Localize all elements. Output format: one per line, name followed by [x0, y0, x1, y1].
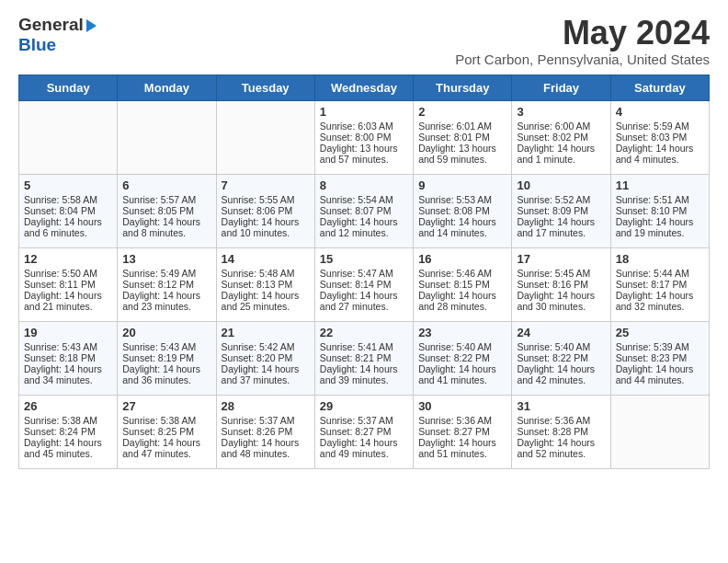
day-number: 23	[418, 326, 506, 339]
sunrise-text: Sunrise: 5:38 AM	[24, 415, 112, 426]
daylight-text: Daylight: 14 hours and 37 minutes.	[222, 363, 310, 385]
daylight-text: Daylight: 14 hours and 1 minute.	[517, 143, 605, 165]
daylight-text: Daylight: 14 hours and 48 minutes.	[222, 437, 310, 459]
day-number: 26	[24, 399, 112, 413]
col-header-wednesday: Wednesday	[314, 75, 413, 100]
sunrise-text: Sunrise: 6:01 AM	[418, 121, 506, 132]
calendar-cell: 16Sunrise: 5:46 AMSunset: 8:15 PMDayligh…	[414, 247, 512, 321]
sunset-text: Sunset: 8:16 PM	[517, 279, 605, 290]
calendar-cell: 26Sunrise: 5:38 AMSunset: 8:24 PMDayligh…	[19, 395, 118, 468]
sunset-text: Sunset: 8:02 PM	[517, 132, 605, 143]
daylight-text: Daylight: 14 hours and 28 minutes.	[418, 290, 506, 312]
month-title: May 2024	[455, 15, 710, 52]
day-number: 5	[24, 178, 112, 192]
sunset-text: Sunset: 8:08 PM	[418, 205, 506, 216]
sunrise-text: Sunrise: 5:50 AM	[24, 268, 112, 279]
day-number: 14	[222, 252, 310, 266]
calendar-header-row: SundayMondayTuesdayWednesdayThursdayFrid…	[19, 75, 710, 100]
sunrise-text: Sunrise: 5:46 AM	[418, 268, 506, 279]
sunset-text: Sunset: 8:27 PM	[418, 426, 506, 437]
location-subtitle: Port Carbon, Pennsylvania, United States	[455, 52, 710, 67]
sunset-text: Sunset: 8:09 PM	[517, 205, 605, 216]
calendar-cell	[118, 100, 216, 174]
calendar-cell: 25Sunrise: 5:39 AMSunset: 8:23 PMDayligh…	[610, 321, 709, 395]
sunrise-text: Sunrise: 5:40 AM	[517, 341, 605, 352]
logo-blue: Blue	[18, 35, 56, 54]
calendar-cell: 2Sunrise: 6:01 AMSunset: 8:01 PMDaylight…	[414, 100, 512, 174]
calendar-cell: 7Sunrise: 5:55 AMSunset: 8:06 PMDaylight…	[216, 174, 314, 247]
sunrise-text: Sunrise: 5:37 AM	[222, 415, 310, 426]
day-number: 27	[122, 399, 210, 413]
day-number: 6	[122, 178, 210, 192]
sunrise-text: Sunrise: 5:47 AM	[320, 268, 408, 279]
calendar-cell: 4Sunrise: 5:59 AMSunset: 8:03 PMDaylight…	[610, 100, 709, 174]
sunrise-text: Sunrise: 5:51 AM	[616, 194, 704, 205]
day-number: 7	[222, 178, 310, 192]
sunset-text: Sunset: 8:03 PM	[616, 132, 704, 143]
sunrise-text: Sunrise: 5:43 AM	[122, 341, 210, 352]
sunset-text: Sunset: 8:13 PM	[222, 279, 310, 290]
sunset-text: Sunset: 8:01 PM	[418, 132, 506, 143]
calendar-cell: 30Sunrise: 5:36 AMSunset: 8:27 PMDayligh…	[414, 395, 512, 468]
day-number: 29	[320, 399, 408, 413]
daylight-text: Daylight: 14 hours and 44 minutes.	[616, 363, 704, 385]
daylight-text: Daylight: 14 hours and 19 minutes.	[616, 216, 704, 238]
calendar-cell	[216, 100, 314, 174]
sunrise-text: Sunrise: 5:38 AM	[122, 415, 210, 426]
daylight-text: Daylight: 14 hours and 27 minutes.	[320, 290, 408, 312]
sunset-text: Sunset: 8:22 PM	[517, 352, 605, 363]
col-header-friday: Friday	[512, 75, 610, 100]
sunrise-text: Sunrise: 5:57 AM	[122, 194, 210, 205]
calendar-week-row: 12Sunrise: 5:50 AMSunset: 8:11 PMDayligh…	[19, 247, 710, 321]
logo-arrow-icon	[86, 19, 97, 32]
calendar-cell: 21Sunrise: 5:42 AMSunset: 8:20 PMDayligh…	[216, 321, 314, 395]
title-block: May 2024 Port Carbon, Pennsylvania, Unit…	[455, 15, 710, 67]
sunset-text: Sunset: 8:06 PM	[222, 205, 310, 216]
day-number: 16	[418, 252, 506, 266]
calendar-cell: 3Sunrise: 6:00 AMSunset: 8:02 PMDaylight…	[512, 100, 610, 174]
sunset-text: Sunset: 8:07 PM	[320, 205, 408, 216]
day-number: 20	[122, 326, 210, 339]
daylight-text: Daylight: 14 hours and 52 minutes.	[517, 437, 605, 459]
daylight-text: Daylight: 14 hours and 39 minutes.	[320, 363, 408, 385]
daylight-text: Daylight: 14 hours and 12 minutes.	[320, 216, 408, 238]
sunset-text: Sunset: 8:25 PM	[122, 426, 210, 437]
daylight-text: Daylight: 14 hours and 14 minutes.	[418, 216, 506, 238]
calendar-cell: 8Sunrise: 5:54 AMSunset: 8:07 PMDaylight…	[314, 174, 413, 247]
day-number: 9	[418, 178, 506, 192]
day-number: 10	[517, 178, 605, 192]
day-number: 15	[320, 252, 408, 266]
sunrise-text: Sunrise: 5:59 AM	[616, 121, 704, 132]
sunrise-text: Sunrise: 5:37 AM	[320, 415, 408, 426]
calendar-cell: 14Sunrise: 5:48 AMSunset: 8:13 PMDayligh…	[216, 247, 314, 321]
sunset-text: Sunset: 8:04 PM	[24, 205, 112, 216]
sunset-text: Sunset: 8:24 PM	[24, 426, 112, 437]
daylight-text: Daylight: 14 hours and 23 minutes.	[122, 290, 210, 312]
sunrise-text: Sunrise: 5:40 AM	[418, 341, 506, 352]
sunset-text: Sunset: 8:14 PM	[320, 279, 408, 290]
calendar-table: SundayMondayTuesdayWednesdayThursdayFrid…	[18, 75, 710, 469]
day-number: 4	[616, 105, 704, 119]
daylight-text: Daylight: 14 hours and 42 minutes.	[517, 363, 605, 385]
day-number: 11	[616, 178, 704, 192]
calendar-cell: 23Sunrise: 5:40 AMSunset: 8:22 PMDayligh…	[414, 321, 512, 395]
calendar-week-row: 19Sunrise: 5:43 AMSunset: 8:18 PMDayligh…	[19, 321, 710, 395]
day-number: 18	[616, 252, 704, 266]
sunset-text: Sunset: 8:00 PM	[320, 132, 408, 143]
sunrise-text: Sunrise: 5:44 AM	[616, 268, 704, 279]
sunrise-text: Sunrise: 6:03 AM	[320, 121, 408, 132]
logo: General Blue	[18, 15, 97, 55]
daylight-text: Daylight: 14 hours and 21 minutes.	[24, 290, 112, 312]
sunrise-text: Sunrise: 5:52 AM	[517, 194, 605, 205]
sunrise-text: Sunrise: 6:00 AM	[517, 121, 605, 132]
sunset-text: Sunset: 8:19 PM	[122, 352, 210, 363]
day-number: 1	[320, 105, 408, 119]
calendar-week-row: 5Sunrise: 5:58 AMSunset: 8:04 PMDaylight…	[19, 174, 710, 247]
col-header-tuesday: Tuesday	[216, 75, 314, 100]
sunrise-text: Sunrise: 5:58 AM	[24, 194, 112, 205]
daylight-text: Daylight: 14 hours and 49 minutes.	[320, 437, 408, 459]
logo-general: General	[18, 15, 84, 35]
sunset-text: Sunset: 8:10 PM	[616, 205, 704, 216]
sunset-text: Sunset: 8:27 PM	[320, 426, 408, 437]
sunrise-text: Sunrise: 5:49 AM	[122, 268, 210, 279]
